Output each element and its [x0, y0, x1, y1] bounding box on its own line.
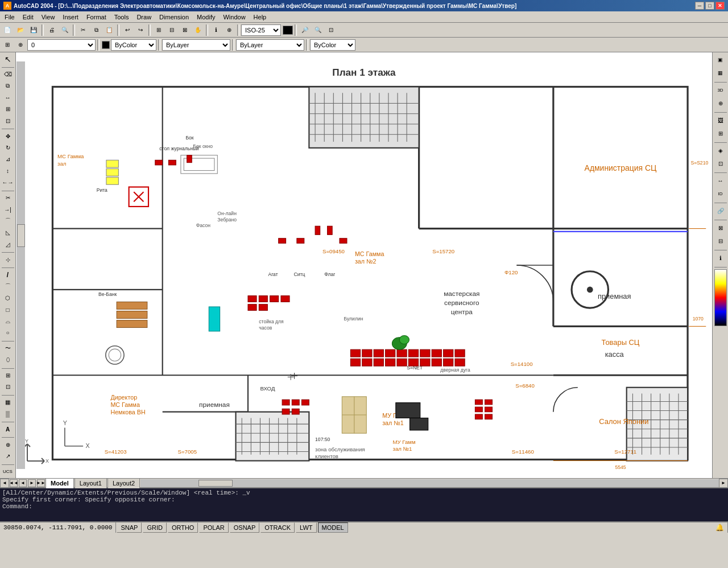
ext-ref-btn[interactable]: ⊞	[714, 127, 727, 139]
cut-btn[interactable]: ✂	[77, 24, 89, 36]
grid-toggle[interactable]: GRID	[143, 522, 167, 533]
zoom-in-btn[interactable]: 🔎	[299, 24, 311, 36]
scroll-track-v[interactable]	[16, 61, 25, 469]
menu-draw[interactable]: Draw	[133, 13, 155, 21]
pan-btn[interactable]: ✋	[192, 24, 204, 36]
copy-obj-btn[interactable]: ⧉	[2, 80, 14, 91]
insert-btn[interactable]: ⊞	[2, 370, 14, 381]
image-btn[interactable]: 🖼	[714, 114, 727, 126]
snap-to-btn[interactable]: ◈	[714, 144, 727, 157]
redo-btn[interactable]: ↪	[134, 24, 147, 36]
trim-btn[interactable]: ✂	[2, 192, 14, 203]
h-scroll-right-btn[interactable]: ►	[719, 479, 728, 488]
tab-prev-btn[interactable]: ◄	[19, 479, 27, 487]
menu-format[interactable]: Format	[83, 13, 110, 21]
tab-model[interactable]: Model	[46, 478, 74, 488]
arc-btn[interactable]: ⌓	[2, 316, 14, 327]
mirror-btn[interactable]: ↔	[2, 92, 14, 103]
scale-btn[interactable]: ⊿	[2, 154, 14, 164]
plotstyle-select[interactable]: ByColor	[310, 39, 355, 51]
circle-btn[interactable]: ○	[2, 327, 14, 338]
break-btn[interactable]: ⌒	[2, 216, 14, 227]
properties-btn[interactable]: ℹ	[714, 252, 727, 264]
otrack-toggle[interactable]: OTRACK	[260, 522, 295, 533]
zoom-window-btn[interactable]: ⊞	[152, 24, 165, 36]
layer-select[interactable]: 0	[27, 39, 96, 51]
command-area[interactable]: [All/Center/Dynamic/Extents/Previous/Sca…	[0, 487, 728, 521]
tab-layout1[interactable]: Layout1	[75, 478, 107, 488]
offset-btn[interactable]: ⊞	[2, 104, 14, 114]
linetype-select[interactable]: ByLayer Continuous Dashed	[162, 39, 230, 51]
ucs-btn[interactable]: UCS	[2, 466, 14, 477]
polygon-btn[interactable]: ⬡	[2, 293, 14, 303]
block-btn[interactable]: ⊡	[2, 381, 14, 392]
zoom-extent-btn[interactable]: ⊠	[179, 24, 191, 36]
undo-btn[interactable]: ↩	[121, 24, 134, 36]
new-btn[interactable]: 📄	[1, 24, 14, 36]
hatch-btn[interactable]: ▦	[2, 397, 14, 408]
menu-help[interactable]: Help	[250, 13, 270, 21]
props-btn[interactable]: ℹ	[210, 24, 222, 36]
text-btn[interactable]: A	[2, 423, 14, 434]
chamfer-btn[interactable]: ◺	[2, 227, 14, 238]
shade-btn[interactable]: ▦	[714, 67, 727, 79]
tab-first-btn[interactable]: ◄◄	[10, 479, 18, 487]
close-button[interactable]: ✕	[715, 2, 725, 10]
menu-tools[interactable]: Tools	[111, 13, 133, 21]
h-scroll-track[interactable]	[140, 479, 719, 487]
color-box[interactable]	[102, 41, 110, 49]
layer-props-btn[interactable]: ⊞	[1, 39, 14, 51]
lineweight-select[interactable]: ByLayer 0.25mm 0.35mm	[236, 39, 304, 51]
menu-edit[interactable]: Edit	[19, 13, 37, 21]
lineweight-btn[interactable]	[283, 26, 293, 35]
tab-layout2[interactable]: Layout2	[107, 478, 140, 488]
rect-btn[interactable]: □	[2, 304, 14, 315]
move-btn[interactable]: ✥	[2, 130, 14, 141]
explode-btn[interactable]: ⊹	[2, 254, 14, 265]
maximize-button[interactable]: □	[705, 2, 714, 10]
preview-btn[interactable]: 🔍	[59, 24, 71, 36]
tab-last-btn[interactable]: ►►	[37, 479, 45, 487]
tolerance-btn[interactable]: ⊕	[2, 439, 14, 450]
erase-btn[interactable]: ⌫	[2, 69, 14, 80]
snap-toggle[interactable]: SNAP	[117, 522, 142, 533]
polar-toggle[interactable]: POLAR	[199, 522, 228, 533]
menu-dimension[interactable]: Dimension	[156, 13, 192, 21]
menu-insert[interactable]: Insert	[59, 13, 82, 21]
leader-btn[interactable]: ↗	[2, 451, 14, 462]
lwt-toggle[interactable]: LWT	[296, 522, 316, 533]
menu-view[interactable]: View	[38, 13, 59, 21]
color-select[interactable]: ByColor ByLayer ByBlock	[111, 39, 156, 51]
id-btn[interactable]: ID	[714, 187, 727, 200]
print-btn[interactable]: 🖨	[46, 24, 58, 36]
menu-file[interactable]: File	[1, 13, 18, 21]
ortho-toggle[interactable]: ORTHO	[168, 522, 198, 533]
lengthen-btn[interactable]: ←→	[2, 177, 14, 188]
model-toggle[interactable]: MODEL	[318, 522, 348, 533]
save-btn[interactable]: 💾	[27, 24, 40, 36]
tab-next-btn[interactable]: ►	[28, 479, 36, 487]
scale-select[interactable]: ISO-25 ISO-50 ISO-100	[241, 24, 281, 36]
drawing-viewport[interactable]: План 1 этажа	[16, 52, 712, 478]
tool-palette-btn[interactable]: ⊟	[714, 234, 727, 247]
extend-btn[interactable]: →|	[2, 204, 14, 215]
zoom-prev-btn[interactable]: ⊟	[166, 24, 178, 36]
paste-btn[interactable]: 📋	[103, 24, 115, 36]
ellipse-btn[interactable]: ⬯	[2, 355, 14, 365]
pick-btn[interactable]: ↖	[2, 53, 14, 64]
osnap-btn[interactable]: ⊡	[714, 157, 727, 170]
menu-window[interactable]: Window	[220, 13, 249, 21]
open-btn[interactable]: 📂	[14, 24, 27, 36]
render-btn[interactable]: ▣	[714, 53, 727, 66]
dbconn-btn[interactable]: 🔗	[714, 204, 727, 217]
fillet-btn[interactable]: ◿	[2, 238, 14, 249]
layer-make-btn[interactable]: ⊕	[14, 39, 27, 51]
zoom-out-btn[interactable]: 🔍	[312, 24, 324, 36]
h-scroll-left-btn[interactable]: ◄	[0, 479, 9, 488]
copy-btn[interactable]: ⧉	[90, 24, 102, 36]
array-btn[interactable]: ⊡	[2, 115, 14, 126]
3d-view-btn[interactable]: 3D	[714, 84, 727, 96]
spline-btn[interactable]: 〜	[2, 343, 14, 353]
orbit-btn[interactable]: ⊕	[714, 97, 727, 109]
match-btn[interactable]: ⊕	[223, 24, 235, 36]
